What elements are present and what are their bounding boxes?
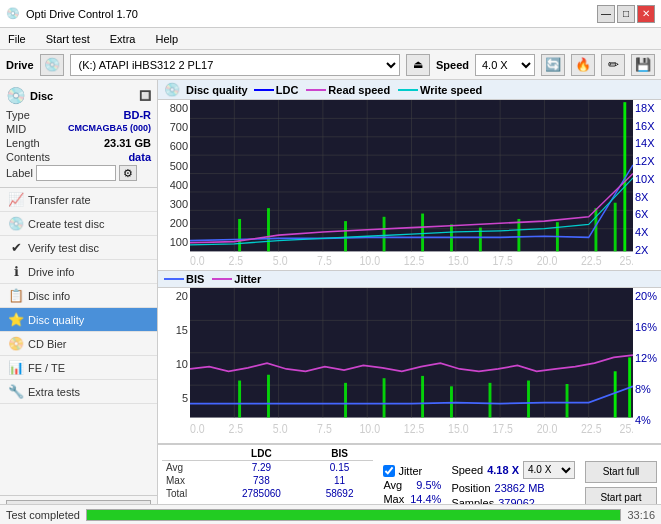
top-y-axis-right: 18X 16X 14X 12X 10X 8X 6X 4X 2X — [633, 100, 661, 268]
maximize-button[interactable]: □ — [617, 5, 635, 23]
erase-button[interactable]: ✏ — [601, 54, 625, 76]
close-button[interactable]: ✕ — [637, 5, 655, 23]
svg-text:25.0: 25.0 — [620, 420, 633, 434]
svg-text:5.0: 5.0 — [273, 420, 288, 434]
sidebar-item-disc-quality[interactable]: ⭐ Disc quality — [0, 308, 157, 332]
stats-row-avg: Avg 7.29 0.15 — [162, 461, 373, 475]
save-button[interactable]: 💾 — [631, 54, 655, 76]
menu-extra[interactable]: Extra — [106, 32, 140, 46]
app-title-area: 💿 Opti Drive Control 1.70 — [6, 7, 138, 20]
sidebar-item-create-test-disc[interactable]: 💿 Create test disc — [0, 212, 157, 236]
svg-text:0.0: 0.0 — [190, 420, 205, 434]
svg-text:7.5: 7.5 — [317, 420, 332, 434]
max-label: Max — [162, 474, 217, 487]
titlebar-controls: — □ ✕ — [597, 5, 655, 23]
drive-select[interactable]: (K:) ATAPI iHBS312 2 PL17 — [70, 54, 400, 76]
disc-extra-icon: 🔲 — [139, 90, 151, 101]
top-chart-panel: 💿 Disc quality LDC Read speed Write spee… — [158, 80, 661, 271]
svg-rect-60 — [527, 380, 530, 417]
progress-container — [86, 509, 621, 521]
svg-rect-19 — [344, 221, 347, 251]
chart-legend: LDC Read speed Write speed — [254, 84, 483, 96]
sidebar-item-label-fe-te: FE / TE — [28, 362, 65, 374]
status-text: Test completed — [6, 509, 80, 521]
sidebar-item-label-disc-quality: Disc quality — [28, 314, 84, 326]
titlebar: 💿 Opti Drive Control 1.70 — □ ✕ — [0, 0, 661, 28]
top-y-axis-left: 800700600500400300200100 — [158, 100, 190, 268]
label-input[interactable] — [36, 165, 116, 181]
stats-col-bis: BIS — [306, 447, 374, 461]
svg-rect-24 — [517, 219, 520, 251]
stats-col-empty — [162, 447, 217, 461]
main-layout: 💿 Disc 🔲 Type BD-R MID CMCMAGBA5 (000) L… — [0, 80, 661, 524]
sidebar-item-label-verify-test-disc: Verify test disc — [28, 242, 99, 254]
minimize-button[interactable]: — — [597, 5, 615, 23]
contents-value: data — [128, 151, 151, 163]
svg-text:7.5: 7.5 — [317, 255, 332, 268]
jitter-max-value: 14.4% — [410, 493, 441, 505]
chart-title-text: Disc quality — [186, 84, 248, 96]
position-value: 23862 MB — [495, 482, 545, 494]
svg-rect-18 — [267, 208, 270, 251]
avg-label: Avg — [162, 461, 217, 475]
start-full-button[interactable]: Start full — [585, 461, 657, 483]
chart-title: 💿 Disc quality LDC Read speed Write spee… — [158, 80, 661, 100]
speed-select[interactable]: 4.0 X — [475, 54, 535, 76]
position-label: Position — [451, 482, 490, 494]
speed-stat-select[interactable]: 4.0 X — [523, 461, 575, 479]
svg-text:12.5: 12.5 — [404, 255, 425, 268]
app-icon: 💿 — [6, 7, 20, 20]
svg-text:10.0: 10.0 — [359, 255, 380, 268]
create-test-disc-icon: 💿 — [8, 216, 24, 231]
svg-text:2.5: 2.5 — [229, 420, 244, 434]
svg-text:22.5: 22.5 — [581, 255, 602, 268]
sidebar-item-fe-te[interactable]: 📊 FE / TE — [0, 356, 157, 380]
svg-rect-26 — [594, 208, 597, 251]
bottom-chart-wrapper: 2015105 — [158, 288, 661, 438]
sidebar-item-disc-info[interactable]: 📋 Disc info — [0, 284, 157, 308]
total-bis: 58692 — [306, 487, 374, 500]
drive-icon: 💿 — [40, 54, 64, 76]
menu-start-test[interactable]: Start test — [42, 32, 94, 46]
legend-bis: BIS — [186, 273, 204, 285]
mid-label: MID — [6, 123, 26, 135]
disc-panel-icon: 💿 — [6, 86, 26, 105]
sidebar-item-label-transfer-rate: Transfer rate — [28, 194, 91, 206]
svg-text:25.0: 25.0 — [620, 255, 633, 268]
jitter-checkbox[interactable] — [383, 465, 395, 477]
label-button[interactable]: ⚙ — [119, 165, 137, 181]
bottom-chart-svg-container: 0.0 2.5 5.0 7.5 10.0 12.5 15.0 17.5 20.0… — [190, 288, 633, 438]
sidebar-item-transfer-rate[interactable]: 📈 Transfer rate — [0, 188, 157, 212]
jitter-max-label: Max — [383, 493, 404, 505]
chart2-title: BIS Jitter — [158, 271, 661, 288]
disc-panel-title: Disc — [30, 90, 53, 102]
drive-label: Drive — [6, 59, 34, 71]
disc-info-icon: 📋 — [8, 288, 24, 303]
transfer-rate-icon: 📈 — [8, 192, 24, 207]
legend-read-speed: Read speed — [328, 84, 390, 96]
svg-rect-17 — [238, 219, 241, 251]
svg-rect-20 — [383, 217, 386, 252]
eject-button[interactable]: ⏏ — [406, 54, 430, 76]
cd-bier-icon: 📀 — [8, 336, 24, 351]
sidebar-item-verify-test-disc[interactable]: ✔ Verify test disc — [0, 236, 157, 260]
menu-help[interactable]: Help — [151, 32, 182, 46]
sidebar-item-extra-tests[interactable]: 🔧 Extra tests — [0, 380, 157, 404]
sidebar-item-label-disc-info: Disc info — [28, 290, 70, 302]
bottom-chart-svg: 0.0 2.5 5.0 7.5 10.0 12.5 15.0 17.5 20.0… — [190, 288, 633, 438]
burn-button[interactable]: 🔥 — [571, 54, 595, 76]
jitter-label: Jitter — [398, 465, 422, 477]
bottom-chart-panel: BIS Jitter 2015105 — [158, 271, 661, 444]
sidebar-item-cd-bier[interactable]: 📀 CD Bier — [0, 332, 157, 356]
time-text: 33:16 — [627, 509, 655, 521]
svg-rect-54 — [267, 374, 270, 417]
refresh-button[interactable]: 🔄 — [541, 54, 565, 76]
top-chart-svg-container: 0.0 2.5 5.0 7.5 10.0 12.5 15.0 17.5 20.0… — [190, 100, 633, 268]
svg-text:20.0: 20.0 — [537, 255, 558, 268]
svg-text:12.5: 12.5 — [404, 420, 425, 434]
menu-file[interactable]: File — [4, 32, 30, 46]
svg-text:15.0: 15.0 — [448, 255, 469, 268]
sidebar-item-drive-info[interactable]: ℹ Drive info — [0, 260, 157, 284]
speed-stat-value: 4.18 X — [487, 464, 519, 476]
svg-rect-21 — [421, 214, 424, 252]
